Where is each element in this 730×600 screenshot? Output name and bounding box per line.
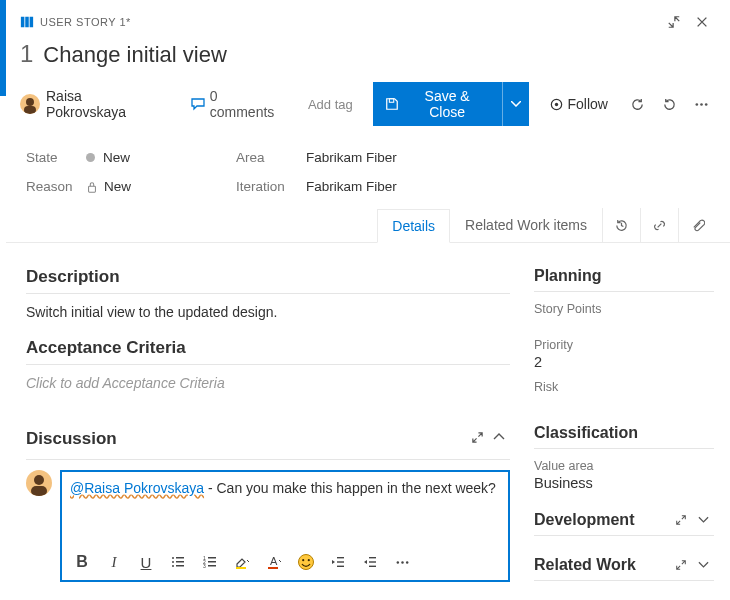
mention-link[interactable]: @Raisa Pokrovskaya — [70, 480, 204, 496]
state-value[interactable]: New — [86, 150, 236, 165]
tab-related-work-items[interactable]: Related Work items — [450, 208, 602, 242]
svg-rect-30 — [268, 567, 278, 569]
svg-point-16 — [172, 557, 174, 559]
svg-point-4 — [26, 98, 34, 106]
collapse-discussion-icon[interactable] — [488, 426, 510, 448]
reason-label: Reason — [26, 179, 86, 194]
svg-point-18 — [172, 561, 174, 563]
save-and-close-button[interactable]: Save & Close — [373, 82, 502, 126]
divider — [26, 364, 510, 365]
state-value-text: New — [103, 150, 130, 165]
description-text[interactable]: Switch initial view to the updated desig… — [26, 304, 510, 320]
acceptance-criteria-heading: Acceptance Criteria — [26, 338, 510, 358]
refresh-icon[interactable] — [624, 90, 652, 118]
svg-point-41 — [401, 561, 403, 563]
svg-rect-35 — [337, 561, 344, 562]
bullet-list-button[interactable] — [164, 548, 192, 576]
lock-icon — [86, 181, 98, 193]
emoji-button[interactable] — [292, 548, 320, 576]
add-tag-button[interactable]: Add tag — [300, 93, 361, 116]
acceptance-criteria-placeholder[interactable]: Click to add Acceptance Criteria — [26, 375, 510, 391]
svg-point-20 — [172, 565, 174, 567]
svg-text:A: A — [270, 555, 278, 567]
discussion-editor-body[interactable]: @Raisa Pokrovskaya - Can you make this h… — [62, 472, 508, 544]
story-points-label: Story Points — [534, 302, 714, 316]
divider — [534, 448, 714, 449]
divider — [534, 580, 714, 581]
highlight-color-button[interactable] — [228, 548, 256, 576]
italic-button[interactable]: I — [100, 548, 128, 576]
svg-point-11 — [705, 103, 708, 106]
svg-rect-0 — [21, 17, 25, 28]
follow-button[interactable]: Follow — [549, 96, 608, 112]
svg-rect-19 — [176, 561, 184, 563]
close-icon[interactable] — [688, 8, 716, 36]
tab-details[interactable]: Details — [377, 209, 450, 243]
svg-point-9 — [696, 103, 699, 106]
svg-rect-34 — [337, 557, 344, 558]
value-area-label: Value area — [534, 459, 714, 473]
svg-rect-38 — [369, 561, 376, 562]
collapse-related-work-icon[interactable] — [692, 554, 714, 576]
expand-related-work-icon[interactable] — [670, 554, 692, 576]
divider — [26, 293, 510, 294]
save-dropdown-button[interactable] — [502, 82, 529, 126]
value-area-value[interactable]: Business — [534, 475, 714, 491]
tab-history-icon[interactable] — [602, 208, 640, 242]
svg-point-42 — [405, 561, 407, 563]
svg-rect-1 — [25, 17, 29, 28]
svg-point-31 — [299, 555, 314, 570]
bold-button[interactable]: B — [68, 548, 96, 576]
planning-heading: Planning — [534, 267, 714, 285]
reason-value[interactable]: New — [86, 179, 236, 194]
svg-rect-17 — [176, 557, 184, 559]
classification-heading: Classification — [534, 424, 714, 442]
tab-links-icon[interactable] — [640, 208, 678, 242]
development-heading: Development — [534, 511, 634, 529]
collapse-development-icon[interactable] — [692, 509, 714, 531]
priority-label: Priority — [534, 338, 714, 352]
follow-label: Follow — [568, 96, 608, 112]
work-item-title[interactable]: Change initial view — [43, 42, 226, 68]
restore-window-icon[interactable] — [660, 8, 688, 36]
outdent-button[interactable] — [324, 548, 352, 576]
iteration-value[interactable]: Fabrikam Fiber — [306, 179, 506, 194]
svg-point-10 — [701, 103, 704, 106]
related-work-heading: Related Work — [534, 556, 636, 574]
svg-rect-15 — [31, 486, 47, 496]
svg-point-32 — [302, 559, 304, 561]
svg-rect-37 — [369, 557, 376, 558]
area-value[interactable]: Fabrikam Fiber — [306, 150, 506, 165]
current-user-avatar — [26, 470, 52, 496]
work-item-type-icon — [20, 15, 34, 29]
svg-point-14 — [34, 475, 44, 485]
underline-button[interactable]: U — [132, 548, 160, 576]
indent-button[interactable] — [356, 548, 384, 576]
divider — [26, 459, 510, 460]
discussion-heading: Discussion — [26, 429, 117, 449]
priority-value[interactable]: 2 — [534, 354, 714, 370]
svg-rect-2 — [30, 17, 34, 28]
svg-rect-12 — [89, 186, 96, 192]
svg-rect-25 — [208, 561, 216, 563]
iteration-label: Iteration — [236, 179, 306, 194]
tab-attachments-icon[interactable] — [678, 208, 716, 242]
divider — [534, 291, 714, 292]
toolbar-more-icon[interactable] — [388, 548, 416, 576]
expand-development-icon[interactable] — [670, 509, 692, 531]
more-actions-icon[interactable] — [688, 90, 716, 118]
svg-text:3: 3 — [203, 563, 206, 569]
expand-discussion-icon[interactable] — [466, 426, 488, 448]
numbered-list-button[interactable]: 123 — [196, 548, 224, 576]
svg-rect-28 — [236, 567, 246, 569]
svg-point-40 — [396, 561, 398, 563]
revert-icon[interactable] — [656, 90, 684, 118]
state-dot-icon — [86, 153, 95, 162]
assignee-avatar[interactable] — [20, 94, 40, 114]
font-color-button[interactable]: A — [260, 548, 288, 576]
discussion-editor[interactable]: @Raisa Pokrovskaya - Can you make this h… — [60, 470, 510, 582]
comments-count[interactable]: 0 comments — [190, 88, 286, 120]
save-button-label: Save & Close — [405, 88, 490, 120]
svg-rect-27 — [208, 565, 216, 567]
assignee-name[interactable]: Raisa Pokrovskaya — [46, 88, 166, 120]
